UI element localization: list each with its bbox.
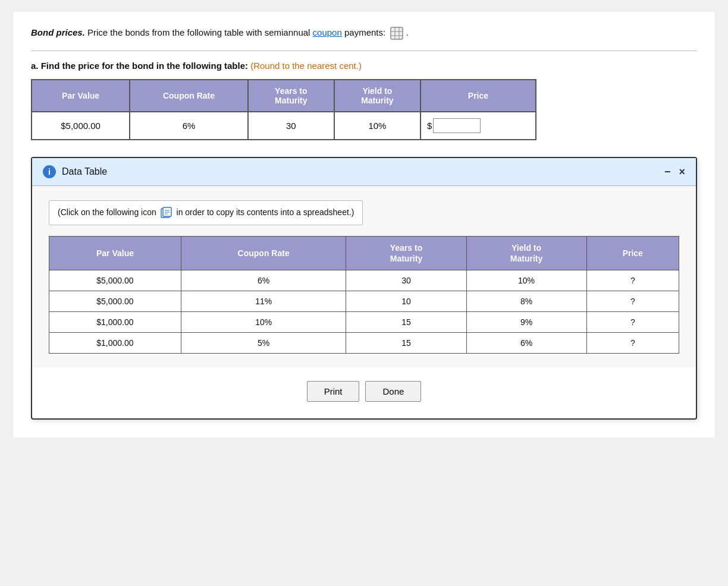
inner-table-row: $1,000.0010%159%? [49,312,679,333]
inner-td-coupon_rate: 6% [181,270,346,291]
inner-data-table: Par Value Coupon Rate Years toMaturity Y… [49,236,679,354]
inner-table-row: $5,000.006%3010%? [49,270,679,291]
bold-intro: Bond prices. [31,27,85,37]
divider [31,51,697,51]
intro-text1: Price the bonds from the following table… [87,27,313,37]
modal-header: i Data Table − × [32,158,696,186]
inner-th-yield: Yield toMaturity [466,237,586,270]
close-button[interactable]: × [679,166,685,178]
inner-th-par-value: Par Value [49,237,181,270]
minimize-button[interactable]: − [664,166,671,177]
modal-footer: Print Done [32,368,696,418]
modal-header-left: i Data Table [43,165,107,178]
main-table: Par Value Coupon Rate Years toMaturity Y… [31,79,536,140]
inner-td-years: 15 [346,333,466,354]
page-container: Bond prices. Price the bonds from the fo… [13,12,715,437]
main-th-par-value: Par Value [32,80,130,112]
coupon-link[interactable]: coupon [313,27,342,37]
grid-icon[interactable] [390,27,403,40]
section-a-label: a. Find the price for the bond in the fo… [31,61,697,71]
click-text1: (Click on the following icon [58,207,156,217]
inner-td-par_value: $5,000.00 [49,270,181,291]
info-icon: i [43,165,56,178]
inner-td-yield: 6% [466,333,586,354]
done-button[interactable]: Done [365,381,421,402]
round-note: (Round to the nearest cent.) [250,61,362,71]
inner-td-yield: 8% [466,291,586,312]
section-a-text: a. Find the price for the bond in the fo… [31,61,250,71]
intro-dot: . [406,27,409,37]
main-th-yield: Yield toMaturity [334,80,421,112]
print-button[interactable]: Print [307,381,360,402]
main-td-price: $ [421,112,536,140]
inner-td-price: ? [586,333,679,354]
main-th-coupon-rate: Coupon Rate [130,80,248,112]
inner-table-row: $1,000.005%156%? [49,333,679,354]
main-table-row: $5,000.00 6% 30 10% $ [32,112,536,140]
intro-paragraph: Bond prices. Price the bonds from the fo… [31,26,697,40]
svg-rect-0 [391,27,403,39]
modal-title: Data Table [62,166,107,177]
main-td-years: 30 [248,112,334,140]
price-input[interactable] [433,118,481,133]
copy-icon[interactable] [161,207,172,219]
click-text2: in order to copy its contents into a spr… [177,207,354,217]
click-instruction: (Click on the following icon in order to… [49,200,363,225]
inner-td-par_value: $1,000.00 [49,312,181,333]
inner-td-price: ? [586,312,679,333]
main-td-yield: 10% [334,112,421,140]
main-th-years: Years toMaturity [248,80,334,112]
inner-table-row: $5,000.0011%108%? [49,291,679,312]
inner-td-years: 15 [346,312,466,333]
inner-th-price: Price [586,237,679,270]
intro-text2: payments: [344,27,388,37]
inner-td-coupon_rate: 10% [181,312,346,333]
inner-td-years: 30 [346,270,466,291]
main-th-price: Price [421,80,536,112]
modal-controls: − × [664,166,685,178]
inner-td-yield: 9% [466,312,586,333]
inner-th-coupon-rate: Coupon Rate [181,237,346,270]
inner-td-par_value: $1,000.00 [49,333,181,354]
inner-th-years: Years toMaturity [346,237,466,270]
inner-td-coupon_rate: 5% [181,333,346,354]
data-table-modal: i Data Table − × (Click on the following… [31,157,697,420]
main-td-par-value: $5,000.00 [32,112,130,140]
price-input-wrapper: $ [427,118,481,133]
dollar-sign: $ [427,121,432,131]
inner-td-par_value: $5,000.00 [49,291,181,312]
inner-td-price: ? [586,270,679,291]
inner-td-yield: 10% [466,270,586,291]
inner-td-years: 10 [346,291,466,312]
main-td-coupon-rate: 6% [130,112,248,140]
inner-td-coupon_rate: 11% [181,291,346,312]
modal-body: (Click on the following icon in order to… [32,186,696,368]
inner-td-price: ? [586,291,679,312]
